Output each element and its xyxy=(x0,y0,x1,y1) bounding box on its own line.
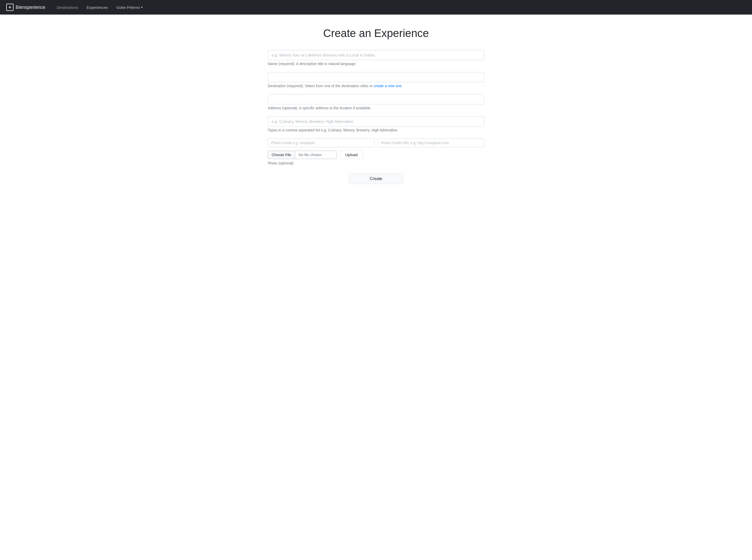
create-button[interactable]: Create xyxy=(349,174,403,184)
choose-file-button[interactable]: Choose File xyxy=(268,151,295,159)
navbar: + Biensperience Destinations Experiences… xyxy=(0,0,752,15)
photo-credit-row xyxy=(268,138,484,147)
file-upload-row: Choose File No file chosen Upload xyxy=(268,151,484,159)
photo-credit-input[interactable] xyxy=(268,138,374,147)
name-field-group: Name (required). A descriptive title in … xyxy=(268,50,484,66)
brand-name: Biensperience xyxy=(16,5,45,10)
nav-user-menu[interactable]: Goke Pelemo ▾ xyxy=(113,3,146,12)
nav-user-label: Goke Pelemo xyxy=(116,5,140,9)
main-content: Create an Experience Name (required). A … xyxy=(262,15,490,197)
create-btn-wrapper: Create xyxy=(268,174,484,184)
brand-icon: + xyxy=(6,4,14,11)
address-help-text: Address (optional). A specific address t… xyxy=(268,106,484,110)
photo-group: Choose File No file chosen Upload Photo … xyxy=(268,138,484,165)
brand-logo[interactable]: + Biensperience xyxy=(6,4,45,11)
types-field-group: Types in a comma separated list e.g. Cul… xyxy=(268,116,484,132)
photo-credit-url-input[interactable] xyxy=(378,138,484,147)
chevron-down-icon: ▾ xyxy=(141,5,143,9)
address-input[interactable] xyxy=(268,94,484,104)
page-title: Create an Experience xyxy=(268,27,484,40)
nav-links: Destinations Experiences Goke Pelemo ▾ xyxy=(54,3,146,12)
destination-field-group: Destination (required). Select from one … xyxy=(268,72,484,88)
file-input-wrapper: Choose File No file chosen xyxy=(268,151,337,159)
name-input[interactable] xyxy=(268,50,484,60)
types-help-text: Types in a comma separated list e.g. Cul… xyxy=(268,128,484,132)
photo-help-text: Photo (optional) xyxy=(268,161,484,165)
destination-help-text: Destination (required). Select from one … xyxy=(268,84,484,88)
address-field-group: Address (optional). A specific address t… xyxy=(268,94,484,110)
nav-destinations[interactable]: Destinations xyxy=(54,3,81,12)
upload-button[interactable]: Upload xyxy=(340,151,363,159)
nav-experiences[interactable]: Experiences xyxy=(83,3,111,12)
destination-input[interactable] xyxy=(268,72,484,82)
types-input[interactable] xyxy=(268,116,484,126)
create-new-destination-link[interactable]: create a new one xyxy=(374,84,402,88)
name-help-text: Name (required). A descriptive title in … xyxy=(268,62,484,66)
file-name-display: No file chosen xyxy=(295,151,337,159)
